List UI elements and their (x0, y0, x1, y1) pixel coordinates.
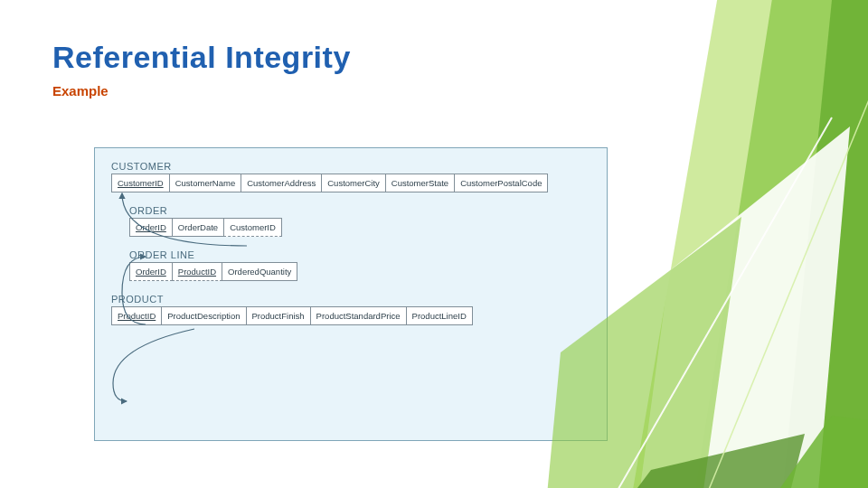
diagram-panel: CUSTOMER CustomerID CustomerName Custome… (94, 147, 608, 441)
svg-marker-5 (597, 434, 805, 488)
column-cell: ProductStandardPrice (310, 306, 407, 325)
column-cell: CustomerCity (321, 174, 386, 192)
column-cell: CustomerAddress (241, 174, 322, 192)
slide-title: Referential Integrity (52, 40, 351, 75)
column-cell: CustomerID (223, 218, 282, 237)
table-row: ProductID ProductDescription ProductFini… (111, 306, 473, 325)
column-cell: CustomerName (169, 174, 242, 192)
column-cell: ProductFinish (246, 306, 311, 325)
table-product: PRODUCT ProductID ProductDescription Pro… (111, 294, 590, 325)
column-cell: ProductID (111, 306, 162, 325)
column-cell: OrderedQuantity (222, 262, 297, 281)
table-row: CustomerID CustomerName CustomerAddress … (111, 174, 548, 192)
column-cell: ProductDescription (161, 306, 246, 325)
column-cell: CustomerID (111, 174, 170, 192)
svg-line-7 (588, 117, 832, 488)
column-cell: CustomerState (385, 174, 455, 192)
column-cell: OrderDate (172, 218, 224, 237)
svg-marker-1 (687, 0, 868, 488)
column-cell: ProductID (172, 262, 222, 281)
table-orderline: ORDER LINE OrderID ProductID OrderedQuan… (129, 249, 590, 281)
svg-marker-6 (741, 416, 868, 488)
svg-marker-2 (778, 0, 868, 488)
column-cell: CustomerPostalCode (454, 174, 548, 192)
table-order: ORDER OrderID OrderDate CustomerID (129, 205, 590, 237)
table-row: OrderID OrderDate CustomerID (129, 218, 282, 237)
slide-subtitle: Example (52, 83, 108, 99)
slide: Referential Integrity Example CUSTOMER C… (0, 0, 868, 488)
table-row: OrderID ProductID OrderedQuantity (129, 262, 297, 281)
svg-line-8 (687, 36, 868, 488)
table-label: PRODUCT (111, 294, 590, 305)
column-cell: OrderID (129, 218, 173, 237)
table-label: ORDER LINE (129, 249, 590, 260)
column-cell: ProductLineID (406, 306, 473, 325)
column-cell: OrderID (129, 262, 173, 281)
table-customer: CUSTOMER CustomerID CustomerName Custome… (111, 161, 590, 192)
table-label: CUSTOMER (111, 161, 590, 172)
svg-marker-3 (633, 127, 850, 488)
svg-marker-0 (624, 0, 868, 488)
table-label: ORDER (129, 205, 590, 216)
